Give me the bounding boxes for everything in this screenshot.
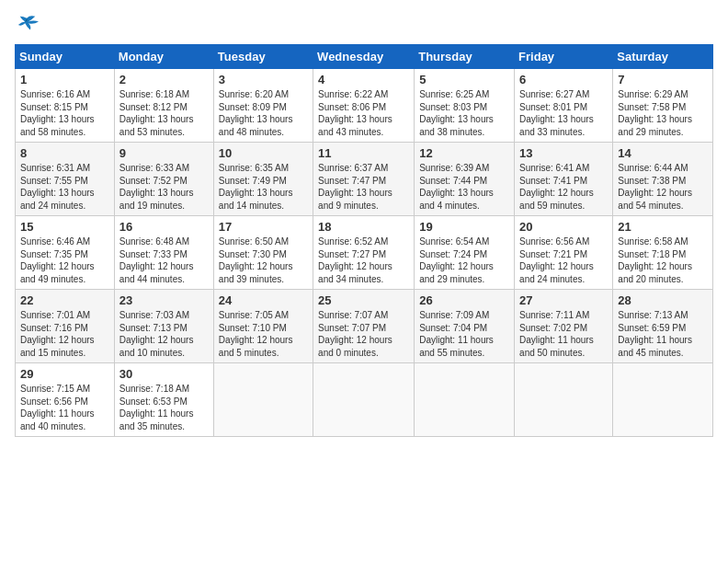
day-number: 21 — [618, 220, 708, 234]
day-number: 25 — [318, 293, 409, 307]
day-number: 13 — [519, 146, 608, 160]
day-info: Sunrise: 6:29 AM Sunset: 7:58 PM Dayligh… — [618, 88, 708, 138]
day-info: Sunrise: 6:18 AM Sunset: 8:12 PM Dayligh… — [119, 88, 209, 138]
day-info: Sunrise: 7:07 AM Sunset: 7:07 PM Dayligh… — [318, 309, 409, 359]
calendar-cell — [613, 363, 713, 437]
day-number: 27 — [519, 293, 608, 307]
calendar-cell: 30Sunrise: 7:18 AM Sunset: 6:53 PM Dayli… — [114, 363, 213, 437]
calendar-cell: 5Sunrise: 6:25 AM Sunset: 8:03 PM Daylig… — [415, 69, 515, 143]
day-info: Sunrise: 7:01 AM Sunset: 7:16 PM Dayligh… — [20, 309, 109, 359]
day-info: Sunrise: 6:58 AM Sunset: 7:18 PM Dayligh… — [618, 236, 708, 285]
weekday-header-thursday: Thursday — [415, 45, 515, 69]
calendar-cell: 27Sunrise: 7:11 AM Sunset: 7:02 PM Dayli… — [515, 290, 613, 363]
calendar-cell: 1Sunrise: 6:16 AM Sunset: 8:15 PM Daylig… — [16, 69, 115, 143]
day-info: Sunrise: 6:41 AM Sunset: 7:41 PM Dayligh… — [519, 162, 608, 212]
day-number: 28 — [618, 293, 708, 307]
calendar-week-1: 1Sunrise: 6:16 AM Sunset: 8:15 PM Daylig… — [16, 69, 713, 143]
calendar-cell: 19Sunrise: 6:54 AM Sunset: 7:24 PM Dayli… — [415, 216, 515, 290]
calendar-cell: 11Sunrise: 6:37 AM Sunset: 7:47 PM Dayli… — [313, 143, 415, 216]
day-info: Sunrise: 6:20 AM Sunset: 8:09 PM Dayligh… — [219, 88, 308, 138]
calendar-week-4: 22Sunrise: 7:01 AM Sunset: 7:16 PM Dayli… — [16, 290, 713, 363]
day-number: 29 — [20, 367, 109, 381]
calendar-cell — [415, 363, 515, 437]
day-number: 20 — [519, 220, 608, 234]
calendar-cell: 29Sunrise: 7:15 AM Sunset: 6:56 PM Dayli… — [16, 363, 115, 437]
header — [15, 15, 713, 37]
day-number: 14 — [618, 146, 708, 160]
day-info: Sunrise: 6:22 AM Sunset: 8:06 PM Dayligh… — [318, 88, 409, 138]
day-number: 9 — [119, 146, 209, 160]
calendar-table: SundayMondayTuesdayWednesdayThursdayFrid… — [15, 44, 713, 437]
day-number: 1 — [20, 73, 109, 86]
day-number: 2 — [119, 73, 209, 86]
calendar-cell: 10Sunrise: 6:35 AM Sunset: 7:49 PM Dayli… — [213, 143, 313, 216]
calendar-body: 1Sunrise: 6:16 AM Sunset: 8:15 PM Daylig… — [16, 69, 713, 437]
day-number: 24 — [219, 293, 308, 307]
calendar-cell: 21Sunrise: 6:58 AM Sunset: 7:18 PM Dayli… — [613, 216, 713, 290]
day-info: Sunrise: 6:50 AM Sunset: 7:30 PM Dayligh… — [219, 236, 308, 285]
calendar-cell: 14Sunrise: 6:44 AM Sunset: 7:38 PM Dayli… — [613, 143, 713, 216]
logo — [15, 15, 44, 37]
calendar-week-2: 8Sunrise: 6:31 AM Sunset: 7:55 PM Daylig… — [16, 143, 713, 216]
day-number: 8 — [20, 146, 109, 160]
day-info: Sunrise: 6:25 AM Sunset: 8:03 PM Dayligh… — [419, 88, 509, 138]
calendar-cell — [213, 363, 313, 437]
day-number: 16 — [119, 220, 209, 234]
weekday-header-saturday: Saturday — [613, 45, 713, 69]
calendar-cell: 12Sunrise: 6:39 AM Sunset: 7:44 PM Dayli… — [415, 143, 515, 216]
calendar-cell: 26Sunrise: 7:09 AM Sunset: 7:04 PM Dayli… — [415, 290, 515, 363]
day-info: Sunrise: 7:11 AM Sunset: 7:02 PM Dayligh… — [519, 309, 608, 359]
day-info: Sunrise: 6:46 AM Sunset: 7:35 PM Dayligh… — [20, 236, 109, 285]
day-number: 7 — [618, 73, 708, 86]
day-number: 30 — [119, 367, 209, 381]
day-number: 4 — [318, 73, 409, 86]
day-number: 26 — [419, 293, 509, 307]
logo-icon — [15, 15, 40, 37]
day-info: Sunrise: 6:54 AM Sunset: 7:24 PM Dayligh… — [419, 236, 509, 285]
day-info: Sunrise: 7:13 AM Sunset: 6:59 PM Dayligh… — [618, 309, 708, 359]
calendar-cell: 7Sunrise: 6:29 AM Sunset: 7:58 PM Daylig… — [613, 69, 713, 143]
calendar-cell: 3Sunrise: 6:20 AM Sunset: 8:09 PM Daylig… — [213, 69, 313, 143]
day-number: 12 — [419, 146, 509, 160]
calendar-week-5: 29Sunrise: 7:15 AM Sunset: 6:56 PM Dayli… — [16, 363, 713, 437]
weekday-header-friday: Friday — [515, 45, 613, 69]
day-number: 19 — [419, 220, 509, 234]
day-number: 11 — [318, 146, 409, 160]
day-info: Sunrise: 7:18 AM Sunset: 6:53 PM Dayligh… — [119, 383, 209, 432]
calendar-cell: 4Sunrise: 6:22 AM Sunset: 8:06 PM Daylig… — [313, 69, 415, 143]
day-number: 17 — [219, 220, 308, 234]
day-info: Sunrise: 6:48 AM Sunset: 7:33 PM Dayligh… — [119, 236, 209, 285]
weekday-header-sunday: Sunday — [16, 45, 115, 69]
day-info: Sunrise: 7:15 AM Sunset: 6:56 PM Dayligh… — [20, 383, 109, 432]
calendar-header-row: SundayMondayTuesdayWednesdayThursdayFrid… — [16, 45, 713, 69]
day-info: Sunrise: 6:52 AM Sunset: 7:27 PM Dayligh… — [318, 236, 409, 285]
day-info: Sunrise: 7:09 AM Sunset: 7:04 PM Dayligh… — [419, 309, 509, 359]
calendar-cell: 9Sunrise: 6:33 AM Sunset: 7:52 PM Daylig… — [114, 143, 213, 216]
day-info: Sunrise: 7:05 AM Sunset: 7:10 PM Dayligh… — [219, 309, 308, 359]
day-info: Sunrise: 7:03 AM Sunset: 7:13 PM Dayligh… — [119, 309, 209, 359]
calendar-cell: 15Sunrise: 6:46 AM Sunset: 7:35 PM Dayli… — [16, 216, 115, 290]
day-info: Sunrise: 6:37 AM Sunset: 7:47 PM Dayligh… — [318, 162, 409, 212]
day-number: 3 — [219, 73, 308, 86]
day-number: 10 — [219, 146, 308, 160]
calendar-cell: 20Sunrise: 6:56 AM Sunset: 7:21 PM Dayli… — [515, 216, 613, 290]
calendar-cell: 28Sunrise: 7:13 AM Sunset: 6:59 PM Dayli… — [613, 290, 713, 363]
day-number: 18 — [318, 220, 409, 234]
calendar-cell: 8Sunrise: 6:31 AM Sunset: 7:55 PM Daylig… — [16, 143, 115, 216]
calendar-cell: 25Sunrise: 7:07 AM Sunset: 7:07 PM Dayli… — [313, 290, 415, 363]
day-number: 22 — [20, 293, 109, 307]
day-number: 15 — [20, 220, 109, 234]
calendar-week-3: 15Sunrise: 6:46 AM Sunset: 7:35 PM Dayli… — [16, 216, 713, 290]
day-number: 5 — [419, 73, 509, 86]
day-info: Sunrise: 6:56 AM Sunset: 7:21 PM Dayligh… — [519, 236, 608, 285]
day-info: Sunrise: 6:16 AM Sunset: 8:15 PM Dayligh… — [20, 88, 109, 138]
weekday-header-wednesday: Wednesday — [313, 45, 415, 69]
calendar-cell: 6Sunrise: 6:27 AM Sunset: 8:01 PM Daylig… — [515, 69, 613, 143]
day-number: 23 — [119, 293, 209, 307]
calendar-cell: 2Sunrise: 6:18 AM Sunset: 8:12 PM Daylig… — [114, 69, 213, 143]
calendar-cell: 22Sunrise: 7:01 AM Sunset: 7:16 PM Dayli… — [16, 290, 115, 363]
day-info: Sunrise: 6:27 AM Sunset: 8:01 PM Dayligh… — [519, 88, 608, 138]
day-info: Sunrise: 6:44 AM Sunset: 7:38 PM Dayligh… — [618, 162, 708, 212]
page-container: SundayMondayTuesdayWednesdayThursdayFrid… — [0, 0, 728, 446]
calendar-cell: 13Sunrise: 6:41 AM Sunset: 7:41 PM Dayli… — [515, 143, 613, 216]
